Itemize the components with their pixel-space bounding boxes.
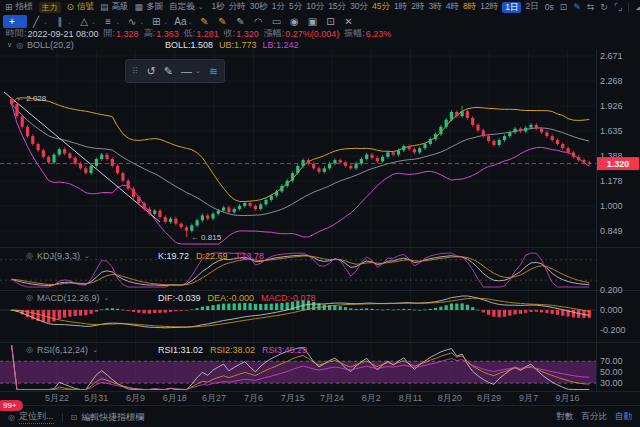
timeframe-2時[interactable]: 2時 — [411, 1, 424, 13]
parallel-channel-tool[interactable]: ∥⌄ — [51, 15, 75, 28]
pitchfork-tool[interactable]: △⌄ — [75, 15, 99, 28]
timeframe-15分[interactable]: 15分 — [328, 1, 346, 13]
trendline-tool[interactable]: ╱⌄ — [27, 15, 51, 28]
layers-tool-icon: ▣ — [306, 15, 318, 28]
fullscreen-icon[interactable]: ⌜⌟ — [614, 2, 622, 12]
rsi2-value: RSI2:38.02 — [210, 345, 255, 355]
edit-shortcut-link[interactable]: 編輯快捷指標欄 — [81, 411, 144, 424]
layout-name-menu[interactable]: ☁ 未命名 ⌄ — [635, 1, 640, 13]
kdj-name[interactable]: KDJ(9,3,3) — [37, 251, 80, 261]
macd-hist-value: MACD:-0.078 — [261, 293, 316, 303]
timeframe-2日[interactable]: 2日 — [525, 1, 538, 13]
timeframe-分時[interactable]: 分時 — [229, 1, 246, 13]
svg-text:← 2.028: ← 2.028 — [16, 94, 47, 103]
chevron-down-icon[interactable]: ⌄ — [163, 18, 168, 25]
line-style-select[interactable]: — ⌄ — [181, 65, 201, 77]
chart-canvas[interactable]: 5月225月316月96月186月277月67月157月248月28月118月2… — [0, 0, 640, 427]
chevron-down-icon[interactable]: ⌄ — [43, 18, 48, 25]
undo-icon[interactable]: ↺ — [147, 65, 156, 78]
close-value: 1.320 — [236, 29, 259, 39]
advanced-menu[interactable]: ▤ 高級 — [100, 1, 129, 13]
signal-icon: ⊙ — [67, 2, 75, 12]
top-toolbar: ⊞ 指標 主力 ⊙ 信號 ▤ 高級 ▦ 多圖 自定義 ⌄ 1秒分時30秒1分5分… — [0, 0, 640, 14]
layers-tool[interactable]: ▣ — [303, 15, 321, 28]
timeframe-3時[interactable]: 3時 — [429, 1, 442, 13]
svg-text:7月15: 7月15 — [281, 393, 305, 403]
timeframe-1分[interactable]: 1分 — [272, 1, 285, 13]
drag-handle-icon[interactable]: ⠿ — [132, 66, 139, 76]
percent-scale-toggle[interactable]: 百分比 — [582, 411, 608, 423]
svg-text:2.671: 2.671 — [600, 51, 623, 61]
lock-tool[interactable]: ◉ — [285, 15, 303, 28]
custom-menu[interactable]: 自定義 ⌄ — [169, 1, 203, 13]
amplitude-label: 振幅: — [344, 27, 365, 40]
log-scale-toggle[interactable]: 對數 — [557, 411, 574, 423]
eye-icon[interactable]: ◎ — [26, 345, 33, 354]
timeframe-5分[interactable]: 5分 — [289, 1, 302, 13]
timeframe-8時[interactable]: 8時 — [463, 1, 476, 13]
collapse-chevron-icon[interactable]: ∨ — [7, 41, 12, 49]
compare-icon[interactable]: ⇆ — [587, 2, 595, 12]
edit-tool[interactable]: ⊡ — [321, 15, 339, 28]
brush-tool[interactable]: ✎ — [195, 15, 213, 28]
magnet-icon[interactable]: ≋ — [209, 65, 218, 78]
svg-text:8月20: 8月20 — [438, 393, 462, 403]
boll-name[interactable]: BOLL(20,2) — [27, 40, 74, 50]
rsi-name[interactable]: RSI(6,12,24) — [37, 345, 88, 355]
indicator-menu[interactable]: ⊞ 指標 — [5, 1, 33, 13]
svg-text:1.320: 1.320 — [607, 159, 630, 169]
locate-link[interactable]: 定位到... — [19, 410, 54, 424]
svg-text:0.849: 0.849 — [600, 226, 623, 236]
svg-text:1.926: 1.926 — [600, 101, 623, 111]
chevron-down-icon[interactable]: ⌄ — [187, 18, 192, 25]
camera-icon[interactable]: ⊡ — [560, 2, 568, 12]
timeframe-30秒[interactable]: 30秒 — [250, 1, 268, 13]
timeframe-4時[interactable]: 4時 — [446, 1, 459, 13]
main-force-badge[interactable]: 主力 — [39, 2, 61, 13]
chevron-down-icon[interactable]: ⌄ — [92, 346, 98, 354]
svg-text:2.268: 2.268 — [600, 76, 623, 86]
timeframe-1時[interactable]: 1時 — [394, 1, 407, 13]
lock-tool-icon: ◉ — [288, 15, 300, 28]
timeframe-1日[interactable]: 1日 — [502, 2, 521, 13]
eye-icon[interactable]: ◎ — [26, 251, 33, 260]
trading-app: 5月225月316月96月186月277月67月157月248月28月118月2… — [0, 0, 640, 427]
chevron-down-icon[interactable]: ⌄ — [84, 252, 90, 260]
svg-text:9月16: 9月16 — [556, 393, 580, 403]
svg-text:7月24: 7月24 — [320, 393, 344, 403]
multi-chart-menu[interactable]: ▦ 多圖 — [135, 1, 164, 13]
eye-icon[interactable]: ◎ — [26, 293, 33, 302]
svg-text:70.00: 70.00 — [600, 356, 623, 366]
svg-text:7月6: 7月6 — [244, 393, 263, 403]
chevron-down-icon[interactable]: ⌄ — [104, 294, 110, 302]
notification-badge: 99+ — [0, 400, 23, 411]
chevron-down-icon[interactable]: ⌄ — [91, 18, 96, 25]
timeframe-45分[interactable]: 45分 — [372, 1, 390, 13]
reload-icon[interactable]: ↻ — [600, 2, 608, 12]
draw-mode-icon[interactable]: ✎ — [573, 2, 581, 12]
timeframe-1秒[interactable]: 1秒 — [212, 1, 225, 13]
chevron-down-icon[interactable]: ⌄ — [139, 18, 144, 25]
kdj-header: ◎ KDJ(9,3,3) ⌄ K:19.72 D:22.69 J:13.78 — [26, 250, 264, 261]
eye-icon[interactable]: ◎ — [16, 41, 23, 50]
status-bar: ◎ 定位到... ⊡ 編輯快捷指標欄 對數 百分比 自動 — [0, 405, 640, 427]
auto-scale-toggle[interactable]: 自動 — [615, 411, 632, 423]
pencil-tool-icon: ✎ — [234, 15, 246, 28]
pencil-icon[interactable]: ✎ — [164, 65, 173, 78]
chevron-down-icon[interactable]: ⌄ — [19, 18, 24, 25]
change-label: 漲幅: — [264, 27, 285, 40]
edit-icon: ⊡ — [71, 413, 78, 422]
signal-menu[interactable]: ⊙ 信號 — [67, 1, 95, 13]
timeframe-10分[interactable]: 10分 — [306, 1, 324, 13]
macd-name[interactable]: MACD(12,26,9) — [37, 293, 100, 303]
countdown-timer: 0s — [545, 2, 554, 12]
timeframe-30分[interactable]: 30分 — [350, 1, 368, 13]
svg-text:9月7: 9月7 — [519, 393, 538, 403]
toolbar-right: 0s ⊡ ✎ ⇆ ↻ ⌜⌟ ☁ 未命名 ⌄ K線分析 — [545, 0, 640, 14]
svg-text:6月9: 6月9 — [126, 393, 145, 403]
macd-header: ◎ MACD(12,26,9) ⌄ DIF:-0.039 DEA:-0.000 … — [26, 292, 316, 303]
chevron-down-icon: ⌄ — [195, 67, 201, 75]
chevron-down-icon[interactable]: ⌄ — [115, 18, 120, 25]
chevron-down-icon[interactable]: ⌄ — [67, 18, 72, 25]
timeframe-12時[interactable]: 12時 — [480, 1, 498, 13]
